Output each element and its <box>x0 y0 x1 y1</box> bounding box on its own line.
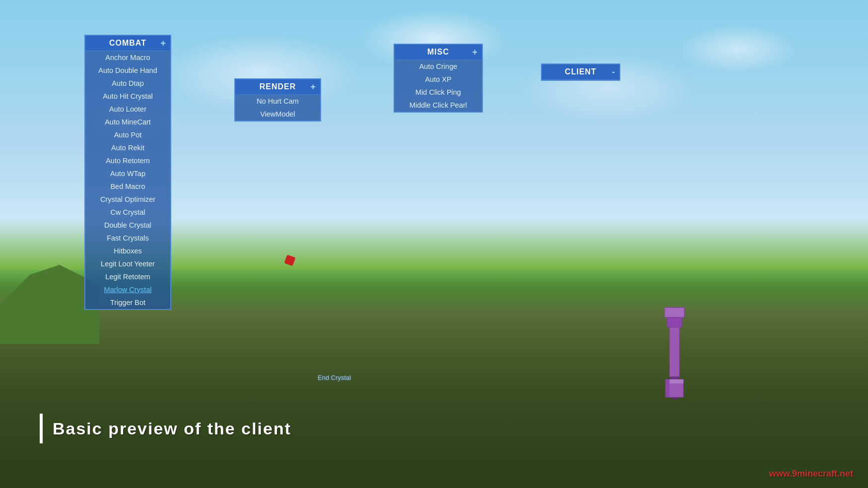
render-item[interactable]: No Hurt Cam <box>235 95 320 108</box>
caption-text: Basic preview of the client <box>53 419 291 438</box>
combat-item[interactable]: Auto Retotem <box>85 154 170 167</box>
misc-item[interactable]: Mid Click Ping <box>395 86 482 99</box>
svg-rect-2 <box>667 317 682 327</box>
render-items-list: No Hurt CamViewModel <box>235 95 320 121</box>
misc-panel-title: MISC <box>427 48 449 57</box>
combat-item[interactable]: Legit Retotem <box>85 270 170 283</box>
end-crystal-label: End Crystal <box>318 374 351 381</box>
caption-accent-bar <box>40 414 43 443</box>
combat-item[interactable]: Trigger Bot <box>85 296 170 309</box>
combat-item[interactable]: Fast Crystals <box>85 232 170 244</box>
combat-item[interactable]: Auto WTap <box>85 167 170 180</box>
render-item[interactable]: ViewModel <box>235 108 320 121</box>
misc-item[interactable]: Auto Cringe <box>395 60 482 73</box>
render-expand-button[interactable]: + <box>310 82 316 92</box>
misc-expand-button[interactable]: + <box>472 47 478 58</box>
combat-panel-header: COMBAT + <box>85 36 170 51</box>
combat-item[interactable]: Auto Double Hand <box>85 64 170 77</box>
combat-panel-title: COMBAT <box>109 39 146 48</box>
combat-expand-button[interactable]: + <box>160 38 166 49</box>
combat-item[interactable]: Crystal Optimizer <box>85 193 170 206</box>
client-collapse-button[interactable]: - <box>612 67 615 77</box>
combat-item[interactable]: Auto Looter <box>85 103 170 116</box>
combat-item[interactable]: Legit Loot Yeeter <box>85 257 170 270</box>
client-panel: CLIENT - <box>541 63 620 81</box>
combat-item[interactable]: Auto Pot <box>85 128 170 141</box>
combat-item[interactable]: Double Crystal <box>85 219 170 232</box>
render-panel-title: RENDER <box>260 82 296 91</box>
combat-item[interactable]: Marlow Crystal <box>85 283 170 296</box>
svg-rect-7 <box>666 379 669 397</box>
combat-item[interactable]: Auto MineCart <box>85 116 170 128</box>
caption-bar: Basic preview of the client <box>0 414 868 443</box>
render-panel-header: RENDER + <box>235 79 320 95</box>
misc-item[interactable]: Auto XP <box>395 73 482 86</box>
misc-panel: MISC + Auto CringeAuto XPMid Click PingM… <box>394 44 483 113</box>
combat-item[interactable]: Auto Dtap <box>85 77 170 90</box>
client-panel-title: CLIENT <box>565 67 597 76</box>
watermark: www.9minecraft.net <box>769 469 853 479</box>
combat-items-list: Anchor MacroAuto Double HandAuto DtapAut… <box>85 51 170 309</box>
combat-item[interactable]: Hitboxes <box>85 244 170 257</box>
combat-item[interactable]: Anchor Macro <box>85 51 170 64</box>
render-panel: RENDER + No Hurt CamViewModel <box>234 78 321 122</box>
combat-item[interactable]: Auto Rekit <box>85 141 170 154</box>
purple-crystal-item <box>650 303 699 404</box>
client-panel-header: CLIENT - <box>542 64 619 80</box>
misc-panel-header: MISC + <box>395 45 482 60</box>
combat-panel: COMBAT + Anchor MacroAuto Double HandAut… <box>84 35 171 310</box>
misc-item[interactable]: Middle Click Pearl <box>395 99 482 112</box>
combat-item[interactable]: Auto Hit Crystal <box>85 90 170 103</box>
svg-rect-1 <box>665 307 684 317</box>
misc-items-list: Auto CringeAuto XPMid Click PingMiddle C… <box>395 60 482 112</box>
combat-item[interactable]: Cw Crystal <box>85 206 170 219</box>
combat-item[interactable]: Bed Macro <box>85 180 170 193</box>
